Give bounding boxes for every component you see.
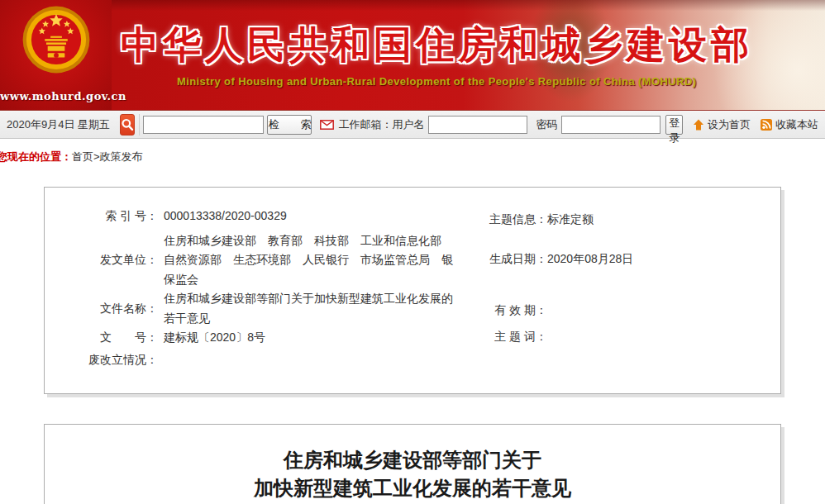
issuing-agency-row: 发文单位： 住房和城乡建设部 教育部 科技部 工业和信息化部 自然资源部 生态环… (45, 231, 458, 290)
generation-date-row: 生成日期：2020年08月28日 (478, 250, 633, 269)
topic-info-row: 主题信息：标准定额 (478, 210, 594, 230)
index-number-label: 索 引 号： (45, 207, 158, 226)
document-info-right-column: 主题信息：标准定额 生成日期：2020年08月28日 有 效 期： 主 题 词： (458, 188, 780, 393)
set-homepage-link[interactable]: 设为首页 (708, 117, 751, 132)
set-homepage-icon (693, 119, 704, 131)
article-title-line2: 加快新型建筑工业化发展的若干意见 (45, 474, 780, 502)
repeal-status-row: 废改立情况： (45, 350, 458, 370)
site-header: www.mohurd.gov.cn 中华人民共和国住房和城乡建设部 Minist… (0, 0, 825, 111)
current-date: 2020年9月4日 星期五 (7, 117, 110, 132)
logo-panel[interactable]: www.mohurd.gov.cn (0, 0, 112, 110)
rss-bookmark-icon (761, 119, 772, 131)
document-number-label: 文 号： (45, 328, 158, 348)
breadcrumb-prefix: 您现在的位置： (0, 150, 72, 163)
keywords-label: 主 题 词： (478, 327, 547, 347)
mail-icon (320, 120, 334, 130)
repeal-status-label: 废改立情况： (45, 350, 158, 370)
login-button[interactable]: 登录 (665, 115, 683, 135)
username-input[interactable] (428, 116, 527, 134)
article-title: 住房和城乡建设部等部门关于 加快新型建筑工业化发展的若干意见 (45, 446, 780, 502)
document-number-value: 建标规〔2020〕8号 (164, 328, 458, 348)
topic-info-label: 主题信息： (478, 210, 547, 230)
validity-label: 有 效 期： (478, 301, 547, 321)
article-card: 住房和城乡建设部等部门关于 加快新型建筑工业化发展的若干意见 (44, 424, 781, 504)
document-title-value: 住房和城乡建设部等部门关于加快新型建筑工业化发展的若干意见 (164, 289, 458, 328)
issuing-agency-label: 发文单位： (45, 250, 158, 270)
search-input[interactable] (143, 116, 264, 134)
validity-row: 有 效 期： (478, 301, 547, 321)
breadcrumb: 您现在的位置：首页>政策发布 (0, 139, 825, 187)
document-title-label: 文件名称： (45, 299, 158, 319)
generation-date-label: 生成日期： (478, 250, 547, 269)
password-label: 密码 (536, 117, 557, 132)
password-input[interactable] (561, 116, 660, 134)
site-url: www.mohurd.gov.cn (0, 90, 112, 102)
document-title-row: 文件名称： 住房和城乡建设部等部门关于加快新型建筑工业化发展的若干意见 (45, 289, 458, 328)
generation-date-value: 2020年08月28日 (547, 252, 633, 265)
index-number-value: 000013338/2020-00329 (164, 207, 458, 226)
site-title: 中华人民共和国住房和城乡建设部 (121, 20, 753, 71)
site-title-english: Ministry of Housing and Urban-Rural Deve… (177, 75, 696, 88)
search-icon (121, 118, 134, 131)
mail-login-label: 工作邮箱：用户名 (338, 117, 424, 132)
issuing-agency-value: 住房和城乡建设部 教育部 科技部 工业和信息化部 自然资源部 生态环境部 人民银… (164, 231, 458, 290)
document-info-left-column: 索 引 号： 000013338/2020-00329 发文单位： 住房和城乡建… (45, 188, 458, 393)
toolbar-quick-links: 设为首页 收藏本站 (683, 117, 818, 132)
retrieve-button[interactable]: 检 索 (267, 115, 312, 135)
keywords-row: 主 题 词： (478, 327, 547, 347)
bookmark-link[interactable]: 收藏本站 (775, 117, 818, 132)
topic-info-value: 标准定额 (547, 212, 594, 226)
index-number-row: 索 引 号： 000013338/2020-00329 (45, 207, 458, 226)
document-info-card: 索 引 号： 000013338/2020-00329 发文单位： 住房和城乡建… (44, 187, 781, 394)
document-number-row: 文 号： 建标规〔2020〕8号 (45, 328, 458, 348)
search-button[interactable] (120, 114, 135, 136)
toolbar: 2020年9月4日 星期五 检 索 工作邮箱：用户名 密码 登录 设为首页 (0, 111, 825, 139)
article-title-line1: 住房和城乡建设部等部门关于 (45, 446, 780, 474)
breadcrumb-path[interactable]: 首页>政策发布 (72, 150, 143, 163)
national-emblem-icon (21, 4, 92, 75)
